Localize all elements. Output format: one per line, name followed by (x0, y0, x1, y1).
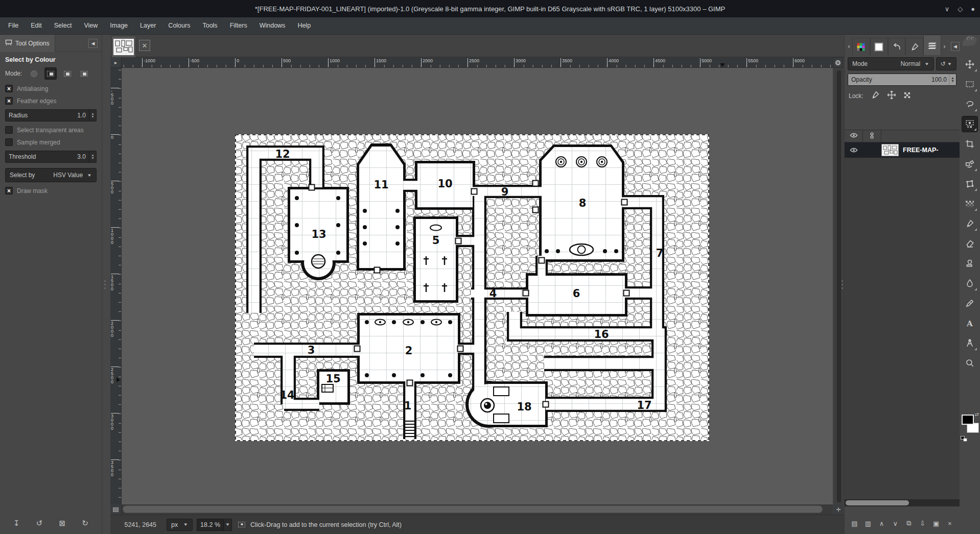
zoom-dropdown-button[interactable]: ▼ (224, 519, 232, 531)
layer-name[interactable]: FREE-MAP- (903, 147, 938, 154)
menu-windows[interactable]: Windows (253, 17, 292, 34)
checkbox-icon[interactable]: × (5, 97, 13, 105)
tabs-scroll-right-icon[interactable]: › (941, 38, 948, 55)
image-viewport[interactable]: 123456789101112131415161718 (122, 68, 833, 504)
ruler-origin-button[interactable]: ▸ (110, 57, 122, 68)
tool-select-by-color[interactable] (962, 116, 978, 132)
lock-alpha-toggle[interactable] (903, 91, 911, 101)
menu-edit[interactable]: Edit (25, 17, 48, 34)
select-by-dropdown[interactable]: Select by HSV Value ▼ (5, 168, 97, 182)
tool-ink[interactable] (962, 295, 978, 311)
layer-mode-dropdown[interactable]: Mode Normal ▼ (848, 57, 934, 70)
layer-visibility-icon[interactable] (845, 146, 863, 154)
lock-pixels-toggle[interactable] (871, 90, 880, 101)
layer-list-scrollbar[interactable] (845, 499, 960, 506)
option-antialiasing[interactable]: ×Antialiasing (5, 85, 97, 92)
menu-filters[interactable]: Filters (224, 17, 253, 34)
mode-intersect-button[interactable] (78, 67, 90, 80)
layer-row[interactable]: FREE-MAP- (845, 142, 960, 158)
tool-free-select[interactable] (962, 96, 978, 112)
checkbox-icon[interactable]: × (5, 187, 13, 195)
tool-rectangle-select[interactable] (962, 76, 978, 92)
close-view-icon[interactable]: ✕ (139, 40, 150, 51)
tool-paintbrush[interactable] (962, 215, 978, 232)
tool-crop[interactable] (962, 136, 978, 152)
tool-clone[interactable] (962, 255, 978, 272)
restore-tool-preset-button[interactable]: ↺ (33, 517, 45, 529)
menu-help[interactable]: Help (291, 17, 317, 34)
menu-file[interactable]: File (2, 17, 25, 34)
dock-tab-layers[interactable] (923, 35, 941, 55)
foreground-color[interactable] (962, 415, 974, 425)
horizontal-ruler[interactable]: -1000-5000500100015002000250030003500400… (122, 57, 833, 68)
new-layer-button[interactable]: ▤ (849, 518, 860, 529)
dock-tab-dashboard[interactable] (852, 38, 870, 55)
raise-layer-button[interactable]: ∧ (876, 518, 888, 529)
menu-image[interactable]: Image (104, 17, 134, 34)
vertical-ruler[interactable]: -5000500100015002000250030003500 (110, 68, 122, 504)
tool-eraser[interactable] (962, 235, 978, 252)
tool-handle-transform[interactable] (962, 176, 978, 192)
swap-colors-icon[interactable]: ⇄ (975, 411, 979, 417)
menu-layer[interactable]: Layer (134, 17, 162, 34)
tool-gradient[interactable] (962, 196, 978, 212)
dock-tab-undo-history[interactable] (888, 38, 906, 55)
save-tool-preset-button[interactable]: ↧ (10, 517, 22, 529)
close-icon[interactable]: ● (971, 5, 975, 13)
add-mask-button[interactable]: ▣ (930, 518, 942, 529)
tool-move[interactable] (962, 56, 978, 72)
horizontal-scrollbar-thumb[interactable] (123, 505, 823, 513)
lower-layer-button[interactable]: ∨ (890, 518, 901, 529)
blend-space-button[interactable]: ↺ ▼ (936, 57, 956, 70)
checkbox-icon[interactable] (5, 138, 13, 146)
image-tab-active[interactable] (111, 36, 136, 57)
dock-splitter-left[interactable] (104, 278, 106, 291)
menu-tools[interactable]: Tools (196, 17, 223, 34)
delete-layer-button[interactable]: × (944, 518, 955, 529)
canvas-image[interactable]: 123456789101112131415161718 (235, 134, 709, 441)
tool-unified-transform[interactable] (962, 156, 978, 172)
threshold-spinner[interactable]: ▲▼ (89, 151, 96, 162)
dock-tab-paintbrush[interactable] (905, 38, 923, 55)
link-column-header[interactable] (863, 130, 881, 142)
maximize-icon[interactable]: ◇ (958, 5, 963, 13)
opacity-slider[interactable]: Opacity 100.0 ▲▼ (848, 74, 956, 86)
checkbox-icon[interactable]: × (5, 85, 13, 92)
tool-text[interactable]: A (962, 315, 978, 331)
checkbox-icon[interactable] (5, 126, 13, 134)
menu-select[interactable]: Select (48, 17, 78, 34)
mode-replace-button[interactable] (28, 67, 40, 80)
option-select-transparent-areas[interactable]: Select transparent areas (5, 126, 97, 134)
reset-tool-options-button[interactable]: ↻ (79, 517, 91, 529)
quick-mask-toggle[interactable] (110, 504, 122, 515)
navigation-button[interactable]: ✛ (834, 504, 843, 515)
merge-down-button[interactable]: ⇩ (917, 518, 928, 529)
threshold-spinbox[interactable]: Threshold 3.0 ▲▼ (5, 151, 97, 163)
option-draw-mask[interactable]: ×Draw mask (5, 187, 97, 195)
mode-add-button[interactable] (44, 67, 57, 80)
duplicate-layer-button[interactable]: ⧉ (903, 518, 915, 529)
radius-spinbox[interactable]: Radius 1.0 ▲▼ (5, 109, 97, 122)
visibility-column-header[interactable] (845, 130, 863, 142)
unit-dropdown[interactable]: px ▼ (167, 519, 193, 531)
zoom-follow-window-button[interactable] (833, 57, 843, 68)
tool-measure[interactable] (962, 335, 978, 351)
option-feather-edges[interactable]: ×Feather edges (5, 97, 97, 105)
tool-zoom[interactable] (962, 355, 978, 371)
mode-subtract-button[interactable] (61, 67, 74, 80)
minimize-icon[interactable]: ∨ (945, 5, 950, 13)
default-colors-icon[interactable] (961, 436, 968, 442)
panel-menu-button[interactable]: ◀ (88, 39, 98, 48)
tab-tool-options[interactable]: Tool Options (0, 35, 55, 52)
zoom-input[interactable]: 18.2 % (197, 519, 224, 531)
opacity-spinner[interactable]: ▲▼ (949, 74, 956, 85)
delete-tool-preset-button[interactable]: ⊠ (56, 517, 68, 529)
dock-splitter-right[interactable] (841, 278, 844, 291)
menu-view[interactable]: View (78, 17, 104, 34)
radius-spinner[interactable]: ▲▼ (89, 110, 96, 121)
dock-tab-fg-bg-color[interactable] (870, 38, 888, 55)
horizontal-scrollbar[interactable] (122, 504, 833, 515)
new-layer-group-button[interactable]: ▥ (862, 518, 874, 529)
dock-menu-button[interactable]: ◀ (951, 42, 960, 51)
menu-colours[interactable]: Colours (162, 17, 196, 34)
